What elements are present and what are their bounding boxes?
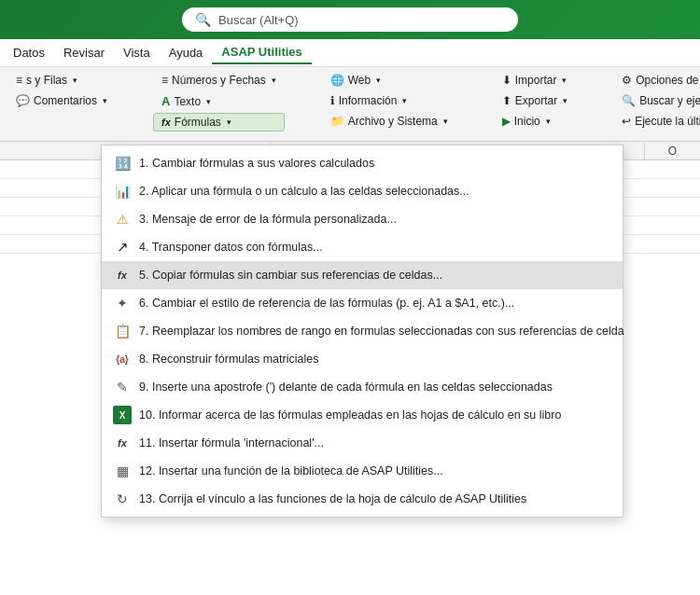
btn-archivo[interactable]: 📁 Archivo y Sistema ▾ [322,112,456,131]
filas-icon: ≡ [16,74,22,87]
item2-icon: 📊 [113,182,132,201]
caret-archivo: ▾ [443,117,448,126]
web-icon: 🌐 [330,74,344,87]
dropdown-item-4[interactable]: ↗ 4. Transponer datos con fórmulas... [102,233,623,261]
item7-text: 7. Reemplazar los nombres de rango en fo… [139,325,624,338]
btn-inicio[interactable]: ▶ Inicio ▾ [494,112,576,131]
ribbon-group-herr: ≡ s y Filas ▾ 💬 Comentarios ▾ [7,71,116,110]
item8-icon: {a} [113,350,132,368]
item13-icon: ↻ [113,490,132,508]
ejecutar-icon: ↩ [622,115,631,128]
search-wrapper[interactable]: 🔍 Buscar (Alt+Q) [182,7,518,32]
importar-icon: ⬇ [502,74,511,87]
btn-informacion[interactable]: ℹ Información ▾ [322,91,456,110]
item6-icon: ✦ [113,294,132,312]
item3-text: 3. Mensaje de error de la fórmula person… [139,213,611,226]
item10-icon: X [113,406,132,424]
menu-item-ayuda[interactable]: Ayuda [160,42,213,63]
item4-icon: ↗ [113,238,132,256]
ribbon-group-numeros: ≡ Números y Fechas ▾ A Texto ▾ fx Fórmul… [153,71,285,131]
item2-text: 2. Aplicar una fórmula o un cálculo a la… [139,185,611,198]
item6-text: 6. Cambiar el estilo de referencia de la… [139,297,611,310]
caret-importar: ▾ [562,76,567,85]
dropdown-item-8[interactable]: {a} 8. Reconstruir fórmulas matriciales [102,345,623,373]
numeros-icon: ≡ [161,74,168,87]
menu-bar: Datos Revisar Vista Ayuda ASAP Utilities [0,39,700,67]
item9-icon: ✎ [113,378,132,396]
caret-filas: ▾ [73,76,77,85]
caret-texto: ▾ [206,97,211,106]
btn-exportar[interactable]: ⬆ Exportar ▾ [494,91,576,110]
caret-inicio: ▾ [546,117,551,126]
exportar-icon: ⬆ [502,94,511,107]
btn-formulas[interactable]: fx Fórmulas ▾ [153,113,285,131]
caret-numeros: ▾ [272,76,276,85]
item3-icon: ⚠ [113,210,132,228]
menu-item-datos[interactable]: Datos [4,42,54,63]
search-bar: 🔍 Buscar (Alt+Q) [0,0,700,39]
ribbon: ≡ s y Filas ▾ 💬 Comentarios ▾ ≡ Números … [0,67,700,142]
item11-icon: fx [113,434,132,452]
inicio-icon: ▶ [502,115,511,128]
search-icon: 🔍 [195,12,211,27]
menu-item-vista[interactable]: Vista [114,42,160,63]
btn-comentarios[interactable]: 💬 Comentarios ▾ [7,91,116,110]
item10-text: 10. Informar acerca de las fórmulas empl… [139,408,611,422]
btn-opciones-asap[interactable]: ⚙ Opciones de ASAP Utilities ▾ [613,71,700,90]
item9-text: 9. Inserte una apostrofe (') delante de … [139,381,611,394]
item11-text: 11. Insertar fórmula 'internacional'... [139,436,611,450]
menu-item-revisar[interactable]: Revisar [54,42,114,63]
texto-icon: A [161,94,170,108]
dropdown-item-2[interactable]: 📊 2. Aplicar una fórmula o un cálculo a … [102,177,623,205]
dropdown-item-10[interactable]: X 10. Informar acerca de las fórmulas em… [102,401,623,429]
ribbon-group-opciones: ⚙ Opciones de ASAP Utilities ▾ 🔍 Buscar … [613,71,700,131]
caret-formulas: ▾ [227,118,231,127]
btn-ejecutar[interactable]: ↩ Ejecute la última herramienta [613,112,700,131]
dropdown-item-6[interactable]: ✦ 6. Cambiar el estilo de referencia de … [102,289,623,317]
archivo-icon: 📁 [330,115,344,128]
item1-icon: 🔢 [113,154,132,173]
formulas-icon: fx [161,117,171,128]
caret-informacion: ▾ [402,96,407,105]
item13-text: 13. Corrija el vínculo a las funciones d… [139,492,611,505]
search-placeholder: Buscar (Alt+Q) [218,13,299,27]
item4-text: 4. Transponer datos con fórmulas... [139,241,611,254]
btn-filas[interactable]: ≡ s y Filas ▾ [7,71,116,90]
dropdown-item-7[interactable]: 📋 7. Reemplazar los nombres de rango en … [102,317,623,345]
menu-item-asap[interactable]: ASAP Utilities [212,41,311,64]
buscar-icon: 🔍 [622,94,636,107]
btn-buscar-utilidad[interactable]: 🔍 Buscar y ejecutar una utilidad [613,91,700,110]
btn-texto[interactable]: A Texto ▾ [153,91,285,111]
dropdown-item-12[interactable]: ▦ 12. Insertar una función de la bibliot… [102,457,623,485]
dropdown-item-5[interactable]: fx 5. Copiar fórmulas sin cambiar sus re… [102,261,623,289]
dropdown-item-1[interactable]: 🔢 1. Cambiar fórmulas a sus valores calc… [102,149,623,177]
ribbon-group-web: 🌐 Web ▾ ℹ Información ▾ 📁 Archivo y Sist… [322,71,456,131]
item12-text: 12. Insertar una función de la bibliotec… [139,464,611,477]
caret-comentarios: ▾ [103,96,107,105]
ribbon-group-import: ⬇ Importar ▾ ⬆ Exportar ▾ ▶ Inicio ▾ [494,71,576,131]
btn-numeros-fechas[interactable]: ≡ Números y Fechas ▾ [153,71,285,90]
item8-text: 8. Reconstruir fórmulas matriciales [139,353,611,366]
dropdown-item-11[interactable]: fx 11. Insertar fórmula 'internacional'.… [102,429,623,457]
informacion-icon: ℹ [330,94,335,107]
btn-importar[interactable]: ⬇ Importar ▾ [494,71,576,90]
col-header-o: O [644,143,700,159]
item7-icon: 📋 [113,322,132,340]
caret-web: ▾ [376,76,381,85]
dropdown-item-9[interactable]: ✎ 9. Inserte una apostrofe (') delante d… [102,373,623,401]
dropdown-item-13[interactable]: ↻ 13. Corrija el vínculo a las funciones… [102,485,623,513]
item12-icon: ▦ [113,462,132,480]
item5-icon: fx [113,266,132,284]
item1-text: 1. Cambiar fórmulas a sus valores calcul… [139,157,611,170]
opciones-icon: ⚙ [622,74,632,87]
item5-text: 5. Copiar fórmulas sin cambiar sus refer… [139,269,611,282]
btn-web[interactable]: 🌐 Web ▾ [322,71,456,90]
formulas-dropdown: 🔢 1. Cambiar fórmulas a sus valores calc… [101,145,623,518]
dropdown-item-3[interactable]: ⚠ 3. Mensaje de error de la fórmula pers… [102,205,623,233]
comentarios-icon: 💬 [16,94,30,107]
caret-exportar: ▾ [563,96,567,105]
